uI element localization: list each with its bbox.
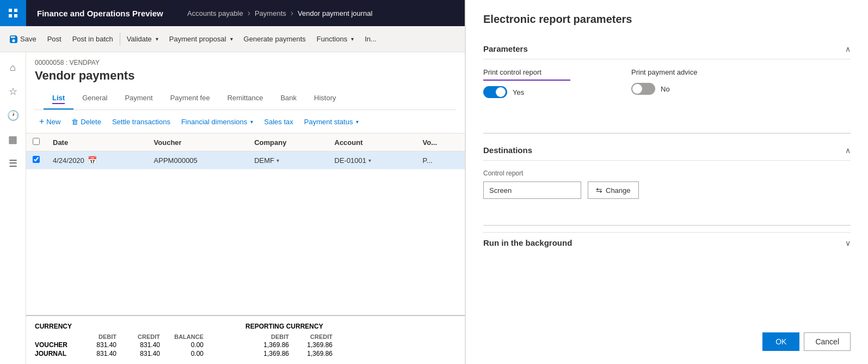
print-control-underline [483, 80, 570, 81]
right-panel: Electronic report parameters Parameters … [465, 0, 868, 364]
new-button[interactable]: + New [35, 114, 65, 129]
parameters-section-content: Print control report Yes Print payment a… [483, 59, 851, 116]
svg-rect-0 [9, 9, 12, 12]
table-row[interactable]: 4/24/2020 📅 APPM000005 DEMF ▾ [26, 151, 465, 169]
rep-credit-col-header: CREDIT [289, 333, 333, 340]
validate-button[interactable]: Validate ▾ [121, 32, 164, 46]
print-control-value: Yes [513, 88, 524, 96]
save-button[interactable]: Save [4, 32, 42, 46]
payments-table: Date Voucher Company Account Vo... [26, 134, 465, 169]
print-control-report-label: Print control report [483, 68, 570, 76]
inquiry-button[interactable]: In... [359, 32, 382, 46]
breadcrumb-vendor-payment-journal: Vendor payment journal [298, 9, 372, 17]
post-batch-button[interactable]: Post in batch [67, 32, 119, 46]
tab-history[interactable]: History [305, 89, 344, 110]
select-all-checkbox[interactable] [26, 134, 46, 151]
breadcrumb-payments[interactable]: Payments [255, 9, 286, 17]
print-payment-advice-label: Print payment advice [631, 68, 697, 76]
cell-voucher: APPM000005 [147, 151, 248, 169]
tab-payment[interactable]: Payment [116, 89, 161, 110]
parameters-collapse-icon: ∧ [845, 45, 851, 53]
validate-dropdown-arrow: ▾ [156, 36, 158, 42]
journal-debit: 831.40 [73, 350, 116, 357]
bottom-buttons: OK Cancel [483, 319, 851, 351]
breadcrumb-accounts-payable[interactable]: Accounts payable [187, 9, 243, 17]
app-grid-button[interactable] [0, 0, 26, 26]
sidebar-list[interactable]: ☰ [2, 153, 24, 174]
sidebar-grid[interactable]: ▦ [2, 129, 24, 150]
delete-button[interactable]: 🗑 Delete [67, 116, 106, 128]
main-content: 00000058 : VENDPAY Vendor payments List … [26, 52, 465, 364]
print-control-toggle[interactable] [483, 86, 507, 98]
separator-2 [483, 225, 851, 226]
payment-proposal-dropdown-arrow: ▾ [230, 36, 233, 42]
tab-remittance[interactable]: Remittance [219, 89, 272, 110]
payment-proposal-button[interactable]: Payment proposal ▾ [164, 32, 238, 46]
tab-bank[interactable]: Bank [272, 89, 305, 110]
print-payment-advice-field: Print payment advice No [631, 68, 697, 95]
reporting-currency-label: REPORTING CURRENCY [245, 323, 456, 330]
control-report-input[interactable]: Screen [483, 181, 581, 199]
run-background-header[interactable]: Run in the background ∨ [483, 232, 851, 253]
destinations-section-header[interactable]: Destinations ∧ [483, 140, 851, 161]
company-dropdown-arrow[interactable]: ▾ [276, 157, 279, 163]
settle-transactions-button[interactable]: Settle transactions [108, 116, 175, 128]
print-payment-advice-toggle-row: No [631, 83, 697, 95]
tab-bar: List General Payment Payment fee Remitta… [35, 89, 456, 110]
col-voucher: Voucher [147, 134, 248, 151]
sidebar-history[interactable]: 🕐 [2, 105, 24, 126]
run-background-title: Run in the background [483, 238, 572, 247]
cell-date: 4/24/2020 📅 [46, 151, 147, 169]
print-control-toggle-row: Yes [483, 86, 570, 98]
grid-icon [8, 8, 19, 19]
control-report-row: Screen ⇆ Change [483, 181, 851, 199]
col-extra: Vo... [416, 134, 465, 151]
sidebar-star[interactable]: ☆ [2, 81, 24, 102]
parameters-section: Parameters ∧ Print control report Yes [483, 39, 851, 116]
ok-button[interactable]: OK [762, 332, 799, 351]
functions-dropdown-arrow: ▾ [351, 36, 354, 42]
destinations-section: Destinations ∧ Control report Screen ⇆ C… [483, 140, 851, 208]
journal-credit: 831.40 [116, 350, 160, 357]
tab-payment-fee[interactable]: Payment fee [162, 89, 219, 110]
cell-company: DEMF ▾ [248, 151, 328, 169]
svg-rect-3 [14, 14, 17, 17]
destinations-content: Control report Screen ⇆ Change [483, 161, 851, 208]
account-dropdown-arrow[interactable]: ▾ [368, 157, 371, 163]
run-background-chevron: ∨ [845, 239, 851, 247]
debit-col-header: DEBIT [73, 333, 116, 340]
balance-col-header: BALANCE [160, 333, 204, 340]
tab-general[interactable]: General [73, 89, 116, 110]
empty-label-cell [35, 333, 73, 340]
credit-col-header: CREDIT [116, 333, 160, 340]
calendar-icon[interactable]: 📅 [88, 156, 97, 165]
change-button[interactable]: ⇆ Change [588, 181, 639, 199]
save-icon [10, 35, 17, 43]
cancel-button[interactable]: Cancel [804, 332, 851, 351]
payment-status-button[interactable]: Payment status ▾ [300, 116, 364, 128]
parameters-section-header[interactable]: Parameters ∧ [483, 39, 851, 59]
generate-payments-button[interactable]: Generate payments [238, 32, 311, 46]
breadcrumb: Accounts payable › Payments › Vendor pay… [178, 8, 381, 18]
svg-rect-2 [9, 14, 12, 17]
destinations-collapse-icon: ∧ [845, 146, 851, 155]
table-container: Date Voucher Company Account Vo... [26, 134, 465, 315]
app-title: Finance and Operations Preview [26, 0, 178, 26]
payment-advice-toggle-knob [632, 84, 642, 94]
functions-button[interactable]: Functions ▾ [311, 32, 359, 46]
tab-list[interactable]: List [44, 89, 73, 110]
col-account: Account [328, 134, 416, 151]
post-button[interactable]: Post [42, 32, 67, 46]
currency-label: CURRENCY [35, 323, 245, 330]
print-payment-advice-toggle[interactable] [631, 83, 655, 95]
toolbar: Save Post Post in batch Validate ▾ Payme… [0, 26, 465, 52]
cell-account: DE-01001 ▾ [328, 151, 416, 169]
payment-status-arrow: ▾ [356, 119, 359, 125]
sales-tax-button[interactable]: Sales tax [260, 116, 297, 128]
voucher-credit: 831.40 [116, 341, 160, 349]
print-control-report-field: Print control report Yes [483, 68, 570, 98]
financial-dimensions-button[interactable]: Financial dimensions ▾ [177, 116, 257, 128]
row-checkbox[interactable] [26, 151, 46, 169]
change-icon: ⇆ [596, 186, 602, 195]
sidebar-home[interactable]: ⌂ [2, 57, 24, 78]
